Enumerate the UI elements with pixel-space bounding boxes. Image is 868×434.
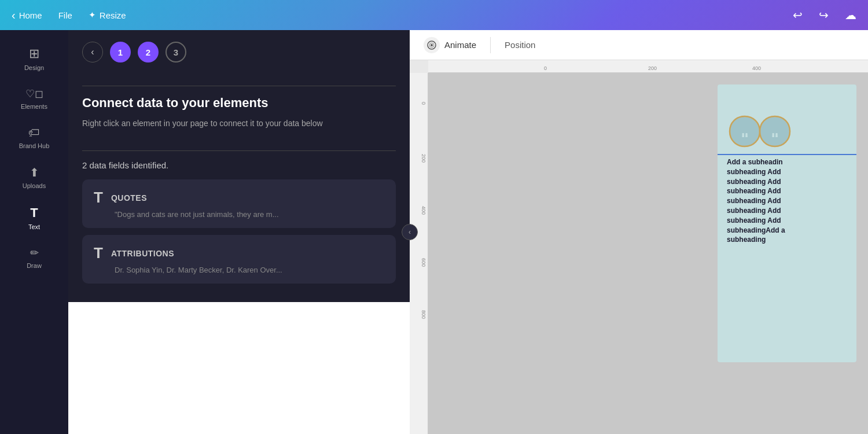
home-label: Home	[19, 10, 42, 20]
sidebar-label-draw: Draw	[27, 262, 42, 269]
sidebar-item-elements[interactable]: ♡◻ Elements	[0, 80, 68, 117]
file-button[interactable]: File	[58, 10, 72, 20]
canvas-area: 0 200 400 0 200 400 600 800	[410, 60, 868, 434]
quotes-card-title: QUOTES	[111, 193, 147, 203]
subheading-line-2: subheading Add	[727, 167, 847, 177]
undo-button[interactable]: ↩	[793, 8, 803, 22]
ruler-top-200: 200	[648, 65, 657, 71]
redo-button[interactable]: ↪	[819, 8, 829, 22]
subheading-line-1: Add a subheadin	[727, 157, 847, 167]
back-home-button[interactable]: ‹ Home	[12, 9, 42, 22]
animate-button[interactable]: Animate	[424, 37, 476, 53]
draw-icon: ✏	[30, 247, 39, 259]
resize-icon: ✦	[89, 10, 96, 20]
steps-row: ‹ 1 2 3	[82, 42, 396, 62]
sidebar-label-uploads: Uploads	[23, 182, 46, 189]
sidebar-item-draw[interactable]: ✏ Draw	[0, 240, 68, 276]
step-3-number: 3	[174, 47, 178, 57]
position-label: Position	[505, 40, 535, 50]
quotes-card[interactable]: T QUOTES "Dogs and cats are not just ani…	[82, 179, 396, 228]
subheading-line-3: subheading Add	[727, 177, 847, 187]
step-3-circle: 3	[165, 42, 186, 62]
attributions-text-icon: T	[94, 244, 103, 262]
ruler-top: 0 200 400	[428, 60, 868, 73]
subheading-line-8: subheadingAdd a	[727, 226, 847, 236]
subheading-line-9: subheading	[727, 235, 847, 245]
sidebar-item-design[interactable]: ⊞ Design	[0, 39, 68, 78]
ruler-left-0: 0	[421, 102, 426, 105]
attributions-card-header: T ATTRIBUTIONS	[94, 244, 384, 262]
ruler-left-200: 200	[421, 154, 426, 163]
top-nav: ‹ Home File ✦ Resize ↩ ↪ ☁	[0, 0, 868, 30]
attributions-card-title: ATTRIBUTIONS	[111, 249, 174, 258]
subheading-line-7: subheading Add	[727, 216, 847, 226]
mid-divider	[82, 150, 396, 151]
cloud-save-icon[interactable]: ☁	[845, 8, 856, 22]
quote-mark-right: "	[757, 113, 793, 149]
quote-marks: " "	[727, 113, 847, 149]
top-divider	[82, 86, 396, 86]
brand-hub-icon: 🏷	[28, 126, 40, 139]
ruler-left: 0 200 400 600 800	[410, 73, 428, 434]
subheading-block: Add a subheadin subheading Add subheadin…	[727, 157, 847, 245]
data-connect-panel: ‹ 1 2 3 Connect data to your elements Ri…	[68, 30, 410, 302]
main-area: ⊞ Design ♡◻ Elements 🏷 Brand Hub ⬆ Uploa…	[0, 30, 868, 434]
sidebar-label-design: Design	[24, 64, 44, 71]
animate-label: Animate	[444, 40, 476, 50]
subheading-line-5: subheading Add	[727, 196, 847, 206]
resize-button[interactable]: ✦ Resize	[89, 10, 126, 20]
sidebar-label-brand-hub: Brand Hub	[19, 142, 50, 149]
data-fields-count: 2 data fields identified.	[82, 160, 396, 170]
quotes-card-preview: "Dogs and cats are not just animals, the…	[115, 210, 384, 219]
sidebar-item-brand-hub[interactable]: 🏷 Brand Hub	[0, 119, 68, 156]
quotes-text-icon: T	[94, 189, 103, 207]
panel-wrapper: ‹ 1 2 3 Connect data to your elements Ri…	[68, 30, 410, 434]
connect-description: Right click an element in your page to c…	[82, 117, 396, 130]
ruler-top-400: 400	[752, 65, 761, 71]
elements-icon: ♡◻	[25, 87, 43, 100]
ruler-top-0: 0	[544, 65, 547, 71]
svg-point-2	[431, 44, 433, 46]
design-card: " " Add a subheadin subhe	[718, 84, 856, 362]
svg-text:": "	[771, 123, 778, 141]
sidebar-item-text[interactable]: T Text	[0, 198, 68, 237]
resize-label: Resize	[100, 10, 126, 20]
quotes-card-header: T QUOTES	[94, 189, 384, 207]
sidebar-label-elements: Elements	[21, 103, 47, 110]
connect-title: Connect data to your elements	[82, 95, 396, 111]
topbar-separator	[490, 37, 491, 53]
sidebar-label-text: Text	[28, 223, 40, 230]
subheading-line-6: subheading Add	[727, 206, 847, 216]
position-button[interactable]: Position	[505, 40, 535, 50]
ruler-left-400: 400	[421, 206, 426, 215]
right-area: Animate Position 0 200 400 0 200	[410, 30, 868, 434]
attributions-card[interactable]: T ATTRIBUTIONS Dr. Sophia Yin, Dr. Marty…	[82, 235, 396, 284]
canvas-inner: " " Add a subheadin subhe	[428, 73, 868, 434]
step-2-number: 2	[146, 47, 150, 57]
design-icon: ⊞	[29, 46, 39, 61]
text-icon: T	[30, 205, 38, 220]
step-2-circle: 2	[138, 42, 159, 62]
uploads-icon: ⬆	[30, 165, 39, 179]
animate-icon	[424, 37, 440, 53]
left-sidebar: ⊞ Design ♡◻ Elements 🏷 Brand Hub ⬆ Uploa…	[0, 30, 68, 434]
step-1-circle: 1	[110, 42, 131, 62]
ruler-left-600: 600	[421, 258, 426, 267]
panel-collapse-button[interactable]: ‹	[402, 224, 418, 240]
svg-text:": "	[741, 123, 748, 141]
sidebar-item-uploads[interactable]: ⬆ Uploads	[0, 159, 68, 196]
back-icon: ‹	[12, 9, 16, 22]
design-card-blue-line	[718, 154, 856, 155]
subheading-line-4: subheading Add	[727, 186, 847, 196]
panel-back-button[interactable]: ‹	[82, 42, 103, 62]
attributions-card-preview: Dr. Sophia Yin, Dr. Marty Becker, Dr. Ka…	[115, 266, 384, 274]
file-label: File	[58, 10, 72, 20]
canvas-topbar: Animate Position	[410, 30, 868, 60]
ruler-left-800: 800	[421, 310, 426, 319]
step-1-number: 1	[118, 47, 123, 57]
